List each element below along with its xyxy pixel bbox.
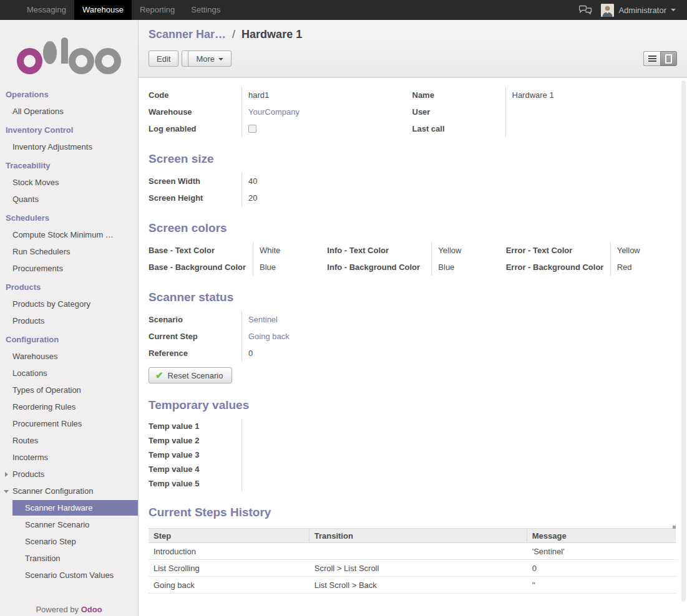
sidebar-item-types-of-operation[interactable]: Types of Operation xyxy=(0,382,138,398)
form-icon xyxy=(665,54,672,64)
field-value-temp-3 xyxy=(242,448,248,462)
reset-scenario-button[interactable]: ✔ Reset Scenario xyxy=(149,367,232,383)
breadcrumb-current: Hardware 1 xyxy=(241,28,302,41)
screen-colors-group: Base - Text Color White Base - Backgroun… xyxy=(149,242,676,276)
odoo-logo-o1 xyxy=(17,48,42,74)
chevron-right-icon[interactable] xyxy=(5,472,8,477)
field-value-log-enabled xyxy=(242,120,256,137)
log-enabled-checkbox[interactable] xyxy=(248,125,256,133)
field-value-info-text-color: Yellow xyxy=(432,242,461,259)
sidebar-item-locations[interactable]: Locations xyxy=(0,365,138,382)
field-row-temp-value-4: Temp value 4 xyxy=(149,462,676,476)
sidebar-item-quants[interactable]: Quants xyxy=(0,191,138,208)
temporary-values-group: Temp value 1 Temp value 2 Temp value 3 T… xyxy=(149,419,676,491)
odoo-logo-d xyxy=(43,48,68,74)
sidebar-item-reordering-rules[interactable]: Reordering Rules xyxy=(0,398,138,415)
field-row-current-step: Current Step Going back xyxy=(149,328,676,345)
table-row[interactable]: List Scrolling Scroll > List Scroll 0 xyxy=(149,560,676,577)
messages-icon[interactable] xyxy=(579,5,592,15)
column-header-message[interactable]: Message xyxy=(527,529,676,542)
sidebar-item-label: Scanner Configuration xyxy=(12,486,93,496)
field-row-scenario: Scenario Sentinel xyxy=(149,311,676,328)
field-row-screen-width: Screen Width 40 xyxy=(149,173,676,190)
chevron-down-icon[interactable] xyxy=(4,490,9,493)
field-row-error-bg-color: Error - Background Color Red xyxy=(506,259,676,276)
sidebar-item-products-config[interactable]: Products xyxy=(0,466,138,483)
sidebar-item-procurements[interactable]: Procurements xyxy=(0,260,138,277)
edit-button[interactable]: Edit xyxy=(149,51,178,67)
field-label: Code xyxy=(149,87,242,103)
sidebar-item-compute-stock-minimum[interactable]: Compute Stock Minimum … xyxy=(0,226,138,243)
topbar-menu-warehouse[interactable]: Warehouse xyxy=(74,0,132,20)
list-icon xyxy=(648,55,656,62)
sidebar-item-products[interactable]: Products xyxy=(0,312,138,329)
field-label: Name xyxy=(412,87,506,103)
cell-step: Going back xyxy=(149,577,309,593)
sidebar-menu: Operations All Operations Inventory Cont… xyxy=(0,87,138,584)
more-button-label: More xyxy=(196,54,215,64)
field-value-temp-1 xyxy=(242,419,248,433)
table-row[interactable]: Going back List Scroll > Back '' xyxy=(149,577,676,594)
sidebar-item-stock-moves[interactable]: Stock Moves xyxy=(0,174,138,191)
field-value-name: Hardware 1 xyxy=(506,87,554,103)
field-row-info-text-color: Info - Text Color Yellow xyxy=(327,242,497,259)
sidebar-item-scanner-configuration[interactable]: Scanner Configuration xyxy=(0,483,138,499)
field-value-scenario-link[interactable]: Sentinel xyxy=(242,311,278,328)
topbar-menu-settings[interactable]: Settings xyxy=(183,0,228,20)
breadcrumb: Scanner Har… / Hardware 1 xyxy=(149,27,677,41)
sidebar-item-transition[interactable]: Transition xyxy=(0,550,138,567)
field-value-current-step-link[interactable]: Going back xyxy=(242,328,290,345)
sidebar-item-scenario-step[interactable]: Scenario Step xyxy=(0,533,138,550)
powered-by-odoo-link[interactable]: Odoo xyxy=(81,605,102,614)
list-view-button[interactable] xyxy=(643,51,660,66)
user-menu[interactable]: Administrator xyxy=(618,6,666,15)
topbar-menu-messaging[interactable]: Messaging xyxy=(19,0,74,20)
main-area: Scanner Har… / Hardware 1 Edit Create Mo… xyxy=(139,20,687,616)
topbar-right: Administrator xyxy=(579,0,687,20)
sidebar-item-warehouses[interactable]: Warehouses xyxy=(0,348,138,365)
field-row-base-text-color: Base - Text Color White xyxy=(149,242,318,259)
chevron-down-icon xyxy=(218,58,223,60)
form-view-button[interactable] xyxy=(660,51,677,66)
field-value-screen-width: 40 xyxy=(242,173,257,190)
column-header-step[interactable]: Step xyxy=(149,529,309,542)
field-label: Temp value 2 xyxy=(149,433,242,448)
section-title-operations: Operations xyxy=(0,87,138,103)
odoo-logo-o2 xyxy=(69,48,94,74)
powered-by-text: Powered by xyxy=(36,605,79,614)
sidebar-item-scanner-scenario[interactable]: Scanner Scenario xyxy=(0,516,138,533)
sidebar-item-run-schedulers[interactable]: Run Schedulers xyxy=(0,243,138,260)
field-value-warehouse-link[interactable]: YourCompany xyxy=(242,103,300,120)
table-row[interactable]: Introduction 'Sentinel' xyxy=(149,543,676,560)
field-value-base-text-color: White xyxy=(253,242,280,259)
sidebar-item-products-by-category[interactable]: Products by Category xyxy=(0,296,138,312)
field-label: Screen Width xyxy=(149,173,242,190)
sidebar-item-routes[interactable]: Routes xyxy=(0,432,138,449)
field-value-error-text-color: Yellow xyxy=(611,242,640,259)
sidebar-item-scanner-hardware[interactable]: Scanner Hardware xyxy=(12,500,138,516)
cell-step: List Scrolling xyxy=(149,560,309,576)
field-label: Reference xyxy=(149,345,242,362)
color-group-info: Info - Text Color Yellow Info - Backgrou… xyxy=(327,242,497,276)
section-title-current-steps-history: Current Steps History xyxy=(149,506,676,519)
sidebar-item-procurement-rules[interactable]: Procurement Rules xyxy=(0,415,138,432)
color-group-base: Base - Text Color White Base - Backgroun… xyxy=(149,242,318,276)
vertical-scrollbar[interactable] xyxy=(681,80,686,602)
scanner-status-group: Scenario Sentinel Current Step Going bac… xyxy=(149,311,676,362)
section-title-products: Products xyxy=(0,279,138,296)
breadcrumb-parent[interactable]: Scanner Har… xyxy=(149,28,226,41)
odoo-logo[interactable] xyxy=(17,37,122,74)
column-header-transition[interactable]: Transition xyxy=(309,529,527,542)
breadcrumb-separator: / xyxy=(232,28,235,41)
avatar[interactable] xyxy=(601,4,614,17)
field-row-log-enabled: Log enabled xyxy=(149,120,412,137)
sidebar-item-all-operations[interactable]: All Operations xyxy=(0,103,138,120)
field-label: Info - Text Color xyxy=(327,242,432,259)
field-label: Warehouse xyxy=(149,103,242,120)
field-row-temp-value-2: Temp value 2 xyxy=(149,433,676,448)
topbar-menu-reporting[interactable]: Reporting xyxy=(132,0,183,20)
sidebar-item-inventory-adjustments[interactable]: Inventory Adjustments xyxy=(0,138,138,155)
sidebar-item-incoterms[interactable]: Incoterms xyxy=(0,449,138,466)
sidebar-item-scenario-custom-values[interactable]: Scenario Custom Values xyxy=(0,567,138,584)
more-button[interactable]: More xyxy=(188,51,231,67)
